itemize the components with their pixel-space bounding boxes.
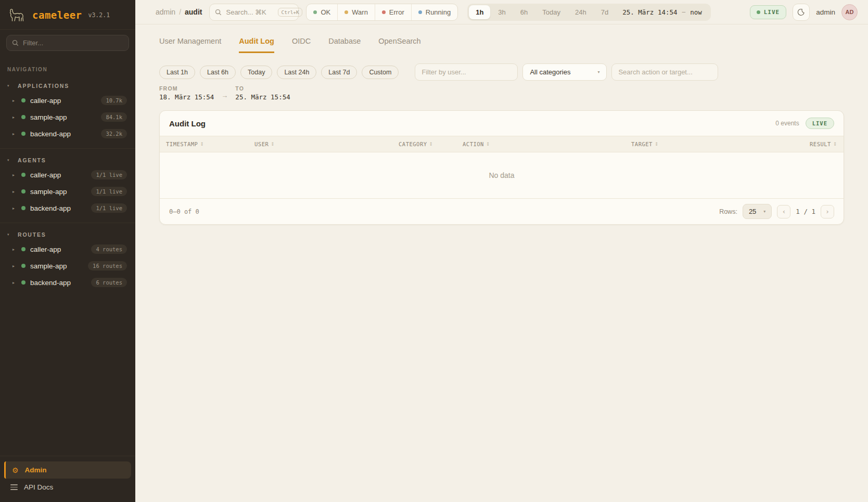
time-range-7d[interactable]: 7d: [594, 5, 615, 19]
column-header-user[interactable]: USER ↕: [254, 141, 399, 147]
sort-icon: ↕: [486, 141, 490, 147]
section-header-routes[interactable]: ▾ ROUTES: [5, 228, 130, 241]
column-header-action[interactable]: ACTION ↕: [463, 141, 631, 147]
chip-last-24h[interactable]: Last 24h: [277, 66, 316, 79]
count-badge: 32.2k: [101, 129, 127, 138]
status-filter-warn[interactable]: Warn: [338, 4, 375, 20]
filter-section: Last 1h Last 6h Today Last 24h Last 7d C…: [135, 53, 868, 101]
chip-last-6h[interactable]: Last 6h: [200, 66, 236, 79]
chip-custom[interactable]: Custom: [362, 66, 399, 79]
live-label: LIVE: [764, 9, 780, 16]
previous-page-button[interactable]: ‹: [777, 205, 790, 218]
time-range-control: 1h 3h 6h Today 24h 7d 25. März 14:54 – n…: [467, 4, 711, 21]
audit-log-panel: Audit Log 0 events LIVE TIMESTAMP ↕ USER…: [159, 110, 844, 225]
sidebar-item-sample-app-routes[interactable]: ▸ sample-app 16 routes: [5, 258, 130, 274]
section-header-applications[interactable]: ▾ APPLICATIONS: [5, 80, 130, 92]
time-range-24h[interactable]: 24h: [568, 5, 593, 19]
sidebar-item-caller-app-routes[interactable]: ▸ caller-app 4 routes: [5, 241, 130, 258]
chip-last-7d[interactable]: Last 7d: [321, 66, 357, 79]
sort-icon: ↕: [200, 141, 204, 147]
sidebar-item-backend-app[interactable]: ▸ backend-app 32.2k: [5, 125, 130, 142]
status-filter-label: Error: [389, 8, 404, 16]
live-status-badge[interactable]: LIVE: [750, 5, 787, 19]
action-target-search-input[interactable]: [611, 63, 718, 81]
breadcrumb: admin / audit: [156, 8, 202, 16]
filter-by-user-input[interactable]: [415, 63, 518, 81]
column-header-result[interactable]: RESULT ↕: [798, 141, 837, 147]
from-block[interactable]: FROM 18. März 15:54: [159, 85, 214, 101]
sidebar-item-sample-app[interactable]: ▸ sample-app 84.1k: [5, 109, 130, 125]
next-page-button[interactable]: ›: [821, 205, 834, 218]
section-title: ROUTES: [18, 231, 46, 238]
time-display[interactable]: 25. März 14:54 – now: [616, 8, 709, 16]
sidebar-item-caller-app-agent[interactable]: ▸ caller-app 1/1 live: [5, 166, 130, 183]
status-dot: [21, 98, 25, 102]
time-range-today[interactable]: Today: [535, 5, 567, 19]
status-filter-ok[interactable]: OK: [307, 4, 338, 20]
status-dot: [21, 280, 25, 285]
sidebar-item-api-docs[interactable]: API Docs: [4, 479, 131, 496]
sidebar-item-label: API Docs: [24, 483, 53, 491]
tab-user-management[interactable]: User Management: [159, 37, 221, 53]
tab-audit-log[interactable]: Audit Log: [239, 37, 274, 53]
sidebar-item-label: sample-app: [30, 113, 96, 121]
column-header-target[interactable]: TARGET ↕: [631, 141, 798, 147]
sidebar-item-sample-app-agent[interactable]: ▸ sample-app 1/1 live: [5, 183, 130, 200]
column-header-category[interactable]: CATEGORY ↕: [399, 141, 463, 147]
sort-icon: ↕: [429, 141, 433, 147]
column-label: ACTION: [463, 141, 484, 147]
error-status-dot: [382, 10, 386, 14]
time-current: 25. März 14:54: [622, 8, 677, 16]
breadcrumb-section[interactable]: admin: [156, 8, 175, 16]
from-value: 18. März 15:54: [159, 93, 214, 101]
sidebar-filter[interactable]: [6, 35, 129, 51]
nav-section-routes: ▾ ROUTES ▸ caller-app 4 routes ▸ sample-…: [0, 223, 135, 297]
category-select[interactable]: All categories ▾: [522, 63, 607, 81]
sidebar: cameleer v3.2.1 NAVIGATION ▾ APPLICATION…: [0, 0, 135, 502]
tab-oidc[interactable]: OIDC: [292, 37, 311, 53]
pagination-controls: Rows: 25 ▾ ‹ 1 / 1 ›: [719, 204, 834, 219]
avatar[interactable]: AD: [841, 4, 858, 20]
to-block[interactable]: TO 25. März 15:54: [235, 85, 290, 101]
sidebar-spacer: [0, 297, 135, 456]
column-header-timestamp[interactable]: TIMESTAMP ↕: [166, 141, 254, 147]
sidebar-item-label: sample-app: [30, 262, 83, 270]
sidebar-footer: ⚙ Admin API Docs: [0, 456, 135, 502]
tab-database[interactable]: Database: [328, 37, 361, 53]
chevron-right-icon: ▸: [12, 98, 17, 103]
status-filter-running[interactable]: Running: [412, 4, 457, 20]
chip-today[interactable]: Today: [240, 66, 272, 79]
chevron-right-icon: ▸: [12, 132, 17, 136]
sidebar-item-label: Admin: [25, 466, 47, 474]
section-header-agents[interactable]: ▾ AGENTS: [5, 154, 130, 166]
time-range-1h[interactable]: 1h: [469, 5, 490, 19]
sort-icon: ↕: [271, 141, 275, 147]
rows-per-page-value: 25: [749, 208, 756, 215]
nav-caption: NAVIGATION: [0, 58, 135, 74]
time-range-6h[interactable]: 6h: [514, 5, 534, 19]
sidebar-item-label: backend-app: [30, 204, 86, 212]
sidebar-item-backend-app-routes[interactable]: ▸ backend-app 6 routes: [5, 274, 130, 291]
status-filter-group: OK Warn Error Running: [306, 4, 458, 21]
topbar-right: LIVE admin AD: [750, 4, 858, 21]
routes-badge: 16 routes: [88, 261, 127, 271]
sidebar-filter-input[interactable]: [23, 39, 123, 47]
brand: cameleer v3.2.1: [0, 0, 135, 29]
rows-per-page-select[interactable]: 25 ▾: [743, 204, 772, 219]
column-label: USER: [254, 141, 269, 147]
time-range-3h[interactable]: 3h: [491, 5, 512, 19]
status-filter-error[interactable]: Error: [375, 4, 412, 20]
chevron-down-icon: ▾: [7, 233, 12, 237]
sort-icon: ↕: [655, 141, 659, 147]
routes-badge: 4 routes: [91, 244, 127, 254]
chip-last-1h[interactable]: Last 1h: [159, 66, 195, 79]
sidebar-item-admin[interactable]: ⚙ Admin: [4, 461, 131, 479]
sidebar-item-caller-app[interactable]: ▸ caller-app 10.7k: [5, 92, 130, 109]
events-count: 0 events: [775, 120, 799, 127]
global-search[interactable]: Ctrl+K: [209, 4, 299, 21]
global-search-input[interactable]: [226, 8, 274, 16]
sidebar-item-backend-app-agent[interactable]: ▸ backend-app 1/1 live: [5, 200, 130, 216]
status-dot: [21, 247, 25, 251]
theme-toggle-button[interactable]: [793, 4, 810, 21]
tab-opensearch[interactable]: OpenSearch: [378, 37, 420, 53]
